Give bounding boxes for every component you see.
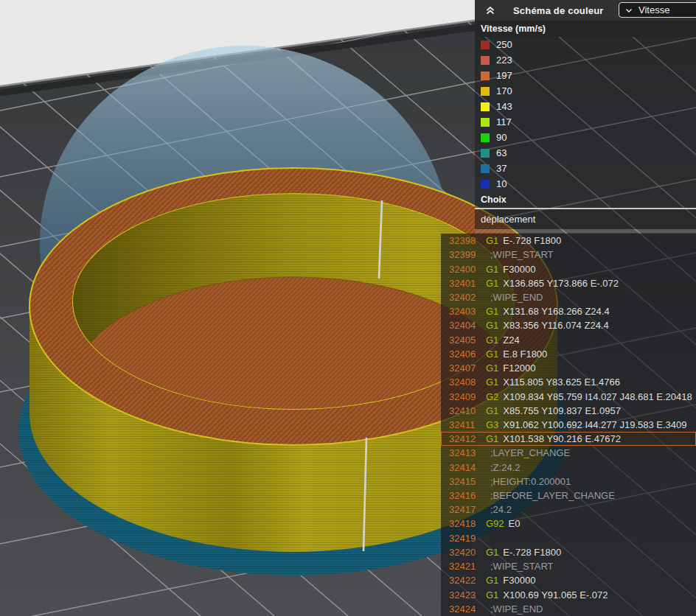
color-swatch bbox=[481, 149, 490, 158]
legend-item: 90 bbox=[475, 130, 696, 145]
collapse-panel-button[interactable] bbox=[479, 4, 501, 16]
gcode-line[interactable]: 32398G1E-.728 F1800 bbox=[441, 234, 696, 248]
slicer-gcode-preview-window: Schéma de couleur Vitesse Vitesse (mm/s)… bbox=[0, 0, 696, 616]
color-swatch bbox=[481, 133, 490, 142]
legend-item: 63 bbox=[475, 145, 696, 161]
gcode-line[interactable]: 32399;WIPE_START bbox=[441, 248, 696, 262]
gcode-line[interactable]: 32409G2X109.834 Y85.759 I14.027 J48.681 … bbox=[441, 389, 696, 403]
chevrons-up-icon bbox=[484, 4, 496, 16]
legend-item: 143 bbox=[475, 99, 696, 114]
gcode-line[interactable]: 32413;LAYER_CHANGE bbox=[441, 446, 696, 460]
gcode-line[interactable]: 32400G1F30000 bbox=[441, 262, 696, 276]
gcode-line[interactable]: 32419 bbox=[441, 531, 696, 545]
chevron-down-icon bbox=[624, 6, 633, 15]
gcode-line[interactable]: 32421;WIPE_START bbox=[441, 559, 696, 573]
gcode-line[interactable]: 32401G1X136.865 Y173.866 E-.072 bbox=[441, 276, 696, 290]
color-swatch bbox=[481, 87, 490, 96]
gcode-line[interactable]: 32422G1F30000 bbox=[441, 573, 696, 587]
gcode-line[interactable]: 32403G1X131.68 Y168.266 Z24.4 bbox=[441, 304, 696, 318]
gcode-line[interactable]: 32405G1Z24 bbox=[441, 333, 696, 347]
gcode-line[interactable]: 32404G1X83.356 Y116.074 Z24.4 bbox=[441, 318, 696, 332]
gcode-line-selected[interactable]: 32412G1X101.538 Y90.216 E.47672 bbox=[441, 432, 696, 446]
panel-title: Schéma de couleur bbox=[513, 5, 604, 16]
gcode-line[interactable]: 32410G1X85.755 Y109.837 E1.0957 bbox=[441, 404, 696, 418]
gcode-line[interactable]: 32402;WIPE_END bbox=[441, 290, 696, 304]
gcode-line[interactable]: 32423G1X100.69 Y91.065 E-.072 bbox=[441, 587, 696, 601]
gcode-line[interactable]: 32420G1E-.728 F1800 bbox=[441, 545, 696, 559]
color-swatch bbox=[481, 71, 490, 80]
view-type-dropdown[interactable]: Vitesse bbox=[619, 2, 696, 18]
gcode-line[interactable]: 32424;WIPE_END bbox=[441, 602, 696, 616]
color-swatch bbox=[481, 102, 490, 111]
gcode-line[interactable]: 32406G1E.8 F1800 bbox=[441, 347, 696, 361]
gcode-line[interactable]: 32416;BEFORE_LAYER_CHANGE bbox=[441, 489, 696, 503]
legend-item: 117 bbox=[475, 114, 696, 130]
speed-legend-panel: Vitesse (mm/s) 250 223 197 170 143 117 bbox=[475, 21, 696, 233]
gcode-line[interactable]: 32408G1X115.805 Y83.625 E1.4766 bbox=[441, 375, 696, 389]
option-travel-toggle[interactable]: déplacement bbox=[475, 209, 696, 229]
gcode-line[interactable]: 32411G3X91.062 Y100.692 I44.277 J19.583 … bbox=[441, 418, 696, 432]
legend-items: 250 223 197 170 143 117 90 63 bbox=[475, 37, 696, 192]
legend-item: 10 bbox=[475, 176, 696, 192]
color-swatch bbox=[481, 180, 490, 189]
view-type-value: Vitesse bbox=[638, 4, 669, 15]
gcode-viewer-panel[interactable]: 32398G1E-.728 F1800 32399;WIPE_START 324… bbox=[441, 234, 696, 616]
gcode-line[interactable]: 32414;Z:24.2 bbox=[441, 461, 696, 475]
gcode-line[interactable]: 32407G1F12000 bbox=[441, 361, 696, 375]
legend-item: 37 bbox=[475, 161, 696, 176]
legend-item: 197 bbox=[475, 68, 696, 83]
legend-title: Vitesse (mm/s) bbox=[475, 21, 696, 37]
color-swatch bbox=[481, 164, 490, 173]
color-scheme-header: Schéma de couleur Vitesse bbox=[475, 0, 696, 21]
color-swatch bbox=[481, 118, 490, 127]
gcode-line[interactable]: 32418G92E0 bbox=[441, 517, 696, 531]
color-swatch bbox=[481, 56, 490, 65]
panel-resize-handle[interactable] bbox=[475, 229, 696, 233]
gcode-line[interactable]: 32417;24.2 bbox=[441, 503, 696, 517]
gcode-line[interactable]: 32415;HEIGHT:0.200001 bbox=[441, 475, 696, 489]
legend-item: 223 bbox=[475, 52, 696, 68]
options-header: Choix bbox=[475, 192, 696, 208]
legend-item: 170 bbox=[475, 83, 696, 99]
color-swatch bbox=[481, 41, 490, 49]
legend-item: 250 bbox=[475, 37, 696, 52]
